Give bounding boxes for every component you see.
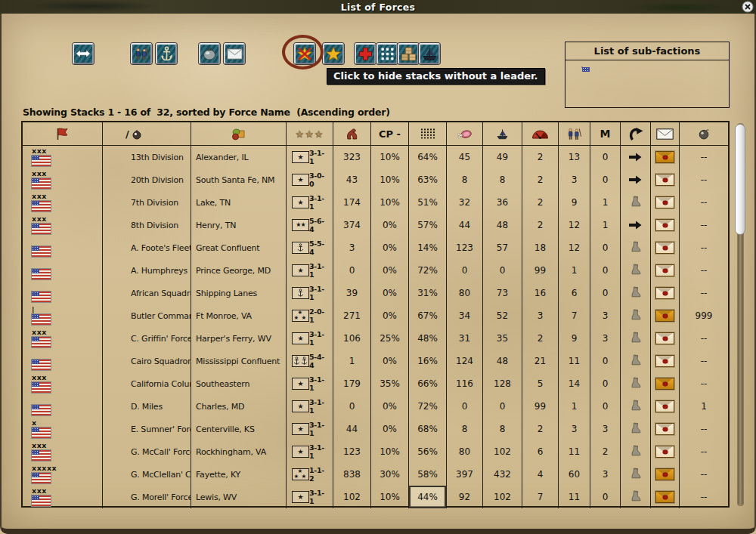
mail-cell[interactable] xyxy=(651,395,680,418)
column-header-men[interactable] xyxy=(559,122,590,145)
scrollbar[interactable] xyxy=(734,122,747,508)
force-row[interactable]: A. Humphreys Prince George, MD ★ ★★ ★★★ … xyxy=(23,259,728,282)
force-name-cell: D. Miles xyxy=(103,395,191,418)
envelope-icon[interactable] xyxy=(655,219,674,231)
column-header-flag[interactable] xyxy=(23,122,103,145)
force-row[interactable]: xxxxx G. McClellan' Command Fayette, KY … xyxy=(23,463,728,486)
envelope-icon[interactable] xyxy=(655,196,674,208)
men-cell: 11 xyxy=(559,486,590,508)
list-of-forces-window: List of Forces xyxy=(0,0,756,534)
status-line: Showing Stacks 1 - 16 of 32, sorted by F… xyxy=(23,106,390,118)
column-header-location[interactable] xyxy=(191,122,287,145)
posture-cell xyxy=(621,327,651,350)
envelope-icon[interactable] xyxy=(655,174,674,186)
column-header-ammo[interactable] xyxy=(483,122,522,145)
envelope-icon[interactable] xyxy=(655,310,674,322)
force-row[interactable]: D. Miles Charles, MD ★ ★★ ★★★ 3-1-1 0 0%… xyxy=(23,395,728,418)
column-header-power[interactable] xyxy=(333,122,371,145)
mail-cell[interactable] xyxy=(651,146,680,168)
force-row[interactable]: xxx 20th Division South Santa Fe, NM ★ ★… xyxy=(23,168,728,191)
column-header-rank[interactable]: ★★★ xyxy=(287,122,333,145)
mail-cell[interactable] xyxy=(651,191,680,214)
moves-cell: 0 xyxy=(590,236,621,259)
mail-cell[interactable] xyxy=(651,350,680,372)
envelope-icon[interactable] xyxy=(655,355,674,367)
crates-icon xyxy=(401,47,417,61)
soldiers-button[interactable] xyxy=(131,43,152,64)
column-header-posture[interactable] xyxy=(621,122,651,145)
ammo-cell: 102 xyxy=(483,440,522,463)
supply-cell: 8 xyxy=(447,418,483,440)
force-row[interactable]: xxx 13th Division Alexander, IL ★ ★★ ★★★ xyxy=(23,146,728,168)
force-row[interactable]: | Butler Command Ft Monroe, VA ★ ★★ ★★★ xyxy=(23,304,728,327)
envelope-icon[interactable] xyxy=(655,151,674,163)
envelope-icon[interactable] xyxy=(655,468,674,480)
column-header-name[interactable]: / xyxy=(103,122,191,145)
ammo-cell: 0 xyxy=(483,259,522,282)
force-row[interactable]: x E. Sumner' Force Centerville, KS ★ ★★ … xyxy=(23,418,728,440)
column-header-cohesion[interactable] xyxy=(409,122,447,145)
force-row[interactable]: xxx G. McCall' Force Rockhingham, VA ★ ★… xyxy=(23,440,728,463)
mail-cell[interactable] xyxy=(651,282,680,304)
envelope-button[interactable] xyxy=(224,43,245,64)
envelope-icon[interactable] xyxy=(655,400,674,412)
mortar-shell-icon xyxy=(202,47,217,60)
column-header-moves[interactable]: M xyxy=(590,122,621,145)
column-header-cp[interactable]: CP - xyxy=(371,122,409,145)
envelope-icon[interactable] xyxy=(655,332,674,344)
gold-star-button[interactable] xyxy=(323,43,344,64)
column-header-mail[interactable] xyxy=(651,122,680,145)
mail-cell[interactable] xyxy=(651,304,680,327)
force-row[interactable]: A. Foote's Fleet Great Confluent ★ ★★ ★★… xyxy=(23,236,728,259)
force-row[interactable]: xxx C. Griffin' Force Harper's Ferry, WV… xyxy=(23,327,728,350)
mail-cell[interactable] xyxy=(651,418,680,440)
envelope-icon[interactable] xyxy=(655,287,674,299)
envelope-icon[interactable] xyxy=(655,264,674,276)
envelope-icon[interactable] xyxy=(655,423,674,435)
speed-cell: 2 xyxy=(522,168,559,191)
ship-button[interactable] xyxy=(419,43,440,64)
red-cross-button[interactable] xyxy=(355,43,376,64)
mail-cell[interactable] xyxy=(651,440,680,463)
title-bar: List of Forces xyxy=(0,0,756,14)
column-header-supply[interactable] xyxy=(447,122,483,145)
double-arrow-button[interactable] xyxy=(73,43,94,64)
envelope-icon[interactable] xyxy=(655,446,674,458)
mail-cell[interactable] xyxy=(651,372,680,395)
mail-cell[interactable] xyxy=(651,168,680,191)
mail-cell[interactable] xyxy=(651,463,680,486)
rank-cell: ★ ★★ ★★★ 3-1-1 xyxy=(287,146,333,168)
crates-button[interactable] xyxy=(398,43,419,64)
envelope-icon[interactable] xyxy=(655,378,674,390)
cannonball-button[interactable] xyxy=(199,43,220,64)
column-header-speed[interactable] xyxy=(522,122,559,145)
mail-cell[interactable] xyxy=(651,486,680,508)
force-row[interactable]: xxx California Column Southeastern ★ ★★ … xyxy=(23,372,728,395)
flag-cell xyxy=(23,282,103,304)
force-row[interactable]: xxx 7th Division Lake, TN ★ ★★ ★★★ 3-1 xyxy=(23,191,728,214)
supply-cell: 34 xyxy=(447,304,483,327)
mail-cell[interactable] xyxy=(651,327,680,350)
mail-cell[interactable] xyxy=(651,259,680,282)
anchor-icon xyxy=(297,289,304,298)
mail-cell[interactable] xyxy=(651,236,680,259)
force-row[interactable]: xxx G. Morell' Force Lewis, WV ★ ★★ ★★★ xyxy=(23,486,728,508)
scrollbar-thumb[interactable] xyxy=(735,124,745,235)
force-row[interactable]: African Squadron Shipping Lanes ★ ★★ ★★★… xyxy=(23,282,728,304)
rank-badge: ★ ★★ ★★★ xyxy=(292,332,309,344)
envelope-icon[interactable] xyxy=(655,491,674,503)
column-header-detection[interactable] xyxy=(680,122,728,145)
star-crossed-button[interactable] xyxy=(294,43,315,64)
force-row[interactable]: Cairo Squadron Mississippi Confluent ★ ★… xyxy=(23,350,728,372)
three-stars-icon: ★★★ xyxy=(296,128,324,140)
dot-grid-button[interactable] xyxy=(376,43,398,64)
location-cell: Ft Monroe, VA xyxy=(191,304,287,327)
rank-cell: ★ ★★ ★★★ 5-6-4 xyxy=(287,214,333,236)
force-row[interactable]: xxx 8th Division Henry, TN ★ ★★ ★★★ 5- xyxy=(23,214,728,236)
detect-cell: -- xyxy=(680,191,728,214)
envelope-icon[interactable] xyxy=(655,242,674,254)
mail-cell[interactable] xyxy=(651,214,680,236)
close-button[interactable] xyxy=(742,1,754,13)
posture-cell xyxy=(621,146,651,168)
anchor-button[interactable] xyxy=(156,43,177,64)
